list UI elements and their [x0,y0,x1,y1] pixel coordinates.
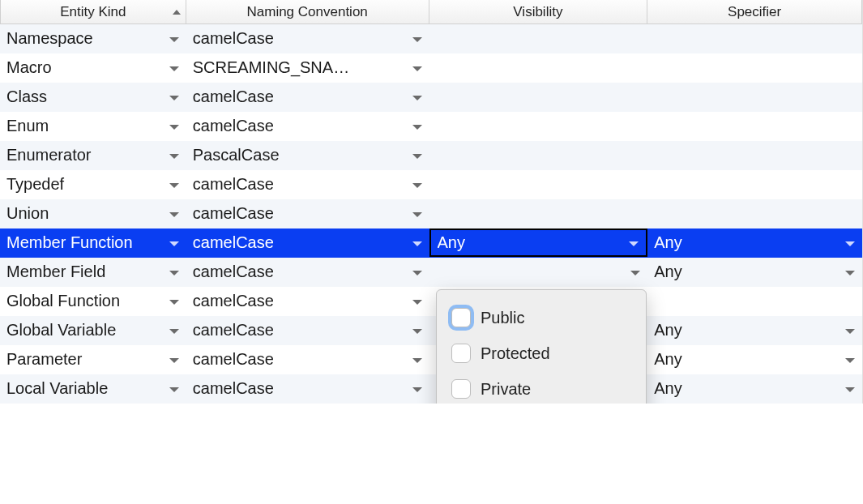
naming-convention-cell[interactable]: camelCase [186,287,429,315]
naming-convention-label: camelCase [193,204,408,223]
specifier-cell[interactable] [647,112,862,140]
specifier-cell[interactable] [647,141,862,169]
chevron-down-icon [844,263,856,281]
naming-convention-label: camelCase [193,292,408,310]
visibility-cell[interactable] [429,24,648,53]
visibility-option[interactable]: Protected [448,335,634,371]
chevron-down-icon [412,321,423,340]
visibility-cell[interactable]: Any [429,229,648,257]
naming-convention-cell[interactable]: PascalCase [186,141,429,169]
entity-kind-cell[interactable]: Union [0,199,186,228]
entity-kind-cell[interactable]: Parameter [0,345,186,374]
specifier-cell[interactable] [647,170,862,199]
checkbox[interactable] [451,344,471,363]
entity-kind-cell[interactable]: Typedef [0,170,186,199]
naming-convention-label: camelCase [193,263,408,281]
naming-convention-label: camelCase [193,88,408,106]
visibility-cell[interactable] [429,141,648,169]
table-row[interactable]: UnioncamelCase [0,199,862,229]
chevron-down-icon [844,321,856,340]
entity-kind-cell[interactable]: Enumerator [0,141,186,169]
entity-kind-label: Global Function [6,292,165,310]
naming-convention-cell[interactable]: camelCase [186,316,429,344]
visibility-option[interactable]: Public [448,300,634,335]
table-row[interactable]: NamespacecamelCase [0,24,862,53]
specifier-cell[interactable]: Any [647,316,862,344]
visibility-cell[interactable] [429,53,648,82]
table-row[interactable]: EnumcamelCase [0,112,862,141]
table-row[interactable]: Local VariablecamelCaseAny [0,374,862,404]
naming-convention-cell[interactable]: camelCase [186,199,429,228]
naming-convention-label: camelCase [193,29,408,48]
column-header-specifier[interactable]: Specifier [647,0,862,23]
chevron-down-icon [169,88,180,106]
specifier-cell[interactable]: Any [647,345,862,374]
specifier-label: Any [654,350,841,369]
entity-kind-cell[interactable]: Global Function [0,287,186,315]
visibility-popup: PublicProtectedPrivate Add [436,289,647,404]
naming-convention-cell[interactable]: SCREAMING_SNA… [186,53,429,82]
visibility-option-label: Protected [481,344,550,363]
entity-kind-label: Member Field [6,263,165,281]
chevron-down-icon [169,263,180,281]
entity-kind-cell[interactable]: Class [0,83,186,111]
visibility-cell[interactable] [429,199,648,228]
chevron-down-icon [169,117,180,135]
checkbox[interactable] [451,308,471,327]
entity-kind-cell[interactable]: Macro [0,53,186,82]
specifier-cell[interactable] [647,83,862,111]
specifier-cell[interactable] [647,53,862,82]
entity-kind-cell[interactable]: Local Variable [0,374,186,403]
table-row[interactable]: TypedefcamelCase [0,170,862,199]
entity-kind-label: Parameter [6,350,165,369]
visibility-cell[interactable] [429,83,648,111]
specifier-cell[interactable] [647,199,862,228]
chevron-down-icon [412,263,423,281]
visibility-cell[interactable] [429,170,648,199]
table-row[interactable]: ClasscamelCase [0,83,862,112]
table-row[interactable]: MacroSCREAMING_SNA… [0,53,862,83]
naming-convention-label: camelCase [193,379,408,398]
entity-kind-cell[interactable]: Member Function [0,229,186,257]
naming-convention-cell[interactable]: camelCase [186,345,429,374]
chevron-down-icon [844,233,856,252]
column-header-entity-kind[interactable]: Entity Kind [0,0,186,23]
table-row[interactable]: ParametercamelCaseAny [0,345,862,374]
specifier-cell[interactable]: Any [647,258,862,286]
chevron-down-icon [412,146,423,164]
visibility-cell[interactable] [429,112,648,140]
chevron-down-icon [169,58,180,77]
checkbox[interactable] [451,379,471,399]
entity-kind-cell[interactable]: Member Field [0,258,186,286]
naming-convention-label: SCREAMING_SNA… [193,58,408,77]
specifier-cell[interactable]: Any [647,229,862,257]
column-header-naming-convention[interactable]: Naming Convention [186,0,429,23]
visibility-option[interactable]: Private [448,371,634,404]
naming-convention-cell[interactable]: camelCase [186,24,429,53]
naming-convention-label: camelCase [193,321,408,340]
table-row[interactable]: Member FieldcamelCaseAny [0,258,862,287]
table-row[interactable]: Member FunctioncamelCaseAnyAny [0,229,862,258]
table-row[interactable]: Global FunctioncamelCase [0,287,862,316]
naming-convention-cell[interactable]: camelCase [186,258,429,286]
naming-convention-cell[interactable]: camelCase [186,170,429,199]
entity-kind-cell[interactable]: Namespace [0,24,186,53]
naming-convention-label: camelCase [193,175,408,194]
entity-kind-label: Member Function [6,233,165,252]
naming-convention-cell[interactable]: camelCase [186,112,429,140]
visibility-cell[interactable] [429,258,648,286]
table-row[interactable]: EnumeratorPascalCase [0,141,862,170]
specifier-cell[interactable]: Any [647,374,862,403]
naming-convention-cell[interactable]: camelCase [186,83,429,111]
specifier-cell[interactable] [647,24,862,53]
column-header-label: Visibility [513,4,562,20]
column-header-visibility[interactable]: Visibility [429,0,648,23]
chevron-down-icon [412,379,423,398]
specifier-label: Any [654,321,841,340]
naming-convention-cell[interactable]: camelCase [186,374,429,403]
table-row[interactable]: Global VariablecamelCaseAny [0,316,862,345]
entity-kind-cell[interactable]: Enum [0,112,186,140]
specifier-cell[interactable] [647,287,862,315]
naming-convention-cell[interactable]: camelCase [186,229,429,257]
entity-kind-cell[interactable]: Global Variable [0,316,186,344]
